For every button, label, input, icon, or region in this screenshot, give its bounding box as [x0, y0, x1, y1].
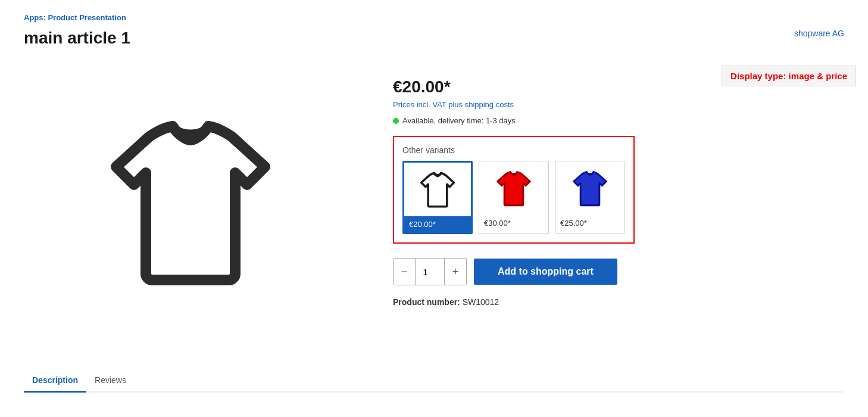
quantity-plus-button[interactable]: + — [445, 259, 466, 285]
variant-image-red — [479, 161, 548, 215]
add-to-cart-button[interactable]: Add to shopping cart — [474, 259, 617, 285]
availability-text: Available, delivery time: 1-3 days — [402, 116, 516, 125]
product-image — [24, 66, 357, 340]
variant-card-red[interactable]: €30.00* — [479, 161, 549, 234]
display-type-badge: Display type: image & price — [722, 66, 856, 86]
variants-label: Other variants — [402, 145, 625, 155]
availability-dot — [393, 118, 399, 124]
variant-price-white: €20.00* — [404, 216, 471, 232]
variant-price-blue: €25.00* — [555, 215, 625, 231]
product-number-value: SW10012 — [463, 297, 499, 307]
variant-image-white — [404, 163, 471, 216]
tab-description[interactable]: Description — [24, 369, 86, 393]
add-to-cart-row: − + Add to shopping cart — [393, 258, 844, 285]
variant-price-red: €30.00* — [479, 215, 548, 231]
variants-grid: €20.00* €30.00* — [402, 161, 625, 234]
quantity-control: − + — [393, 258, 467, 285]
product-number-row: Product number: SW10012 — [393, 297, 844, 307]
variant-image-blue — [555, 161, 625, 215]
quantity-input[interactable] — [415, 259, 445, 285]
product-tabs: Description Reviews — [24, 369, 844, 393]
availability-row: Available, delivery time: 1-3 days — [393, 116, 844, 125]
breadcrumb: Apps: Product Presentation — [24, 13, 126, 22]
variant-card-blue[interactable]: €25.00* — [555, 161, 625, 234]
brand-link[interactable]: shopware AG — [794, 29, 844, 38]
price-note: Prices incl. VAT plus shipping costs — [393, 100, 844, 109]
quantity-minus-button[interactable]: − — [394, 259, 415, 285]
tab-reviews[interactable]: Reviews — [86, 369, 135, 393]
variants-section: Other variants €20.00* — [393, 136, 635, 244]
product-number-label: Product number: — [393, 297, 460, 307]
product-title: main article 1 — [24, 29, 130, 48]
variant-card-white[interactable]: €20.00* — [402, 161, 473, 234]
